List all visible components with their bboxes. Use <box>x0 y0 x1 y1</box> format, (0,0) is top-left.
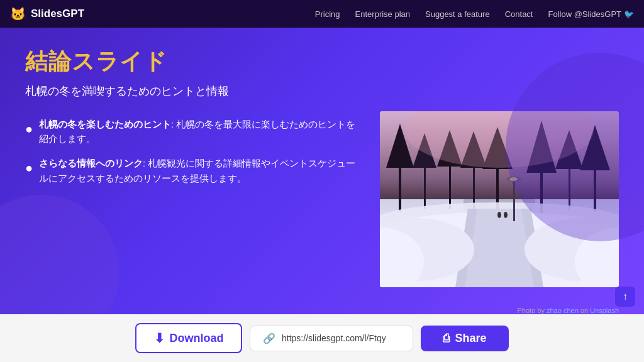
slide-subtitle: 札幌の冬を満喫するためのヒントと情報 <box>25 84 619 99</box>
photo-credit-on: on <box>580 307 590 314</box>
scroll-top-button[interactable]: ↑ <box>615 287 635 307</box>
svg-point-24 <box>497 212 501 218</box>
bullet-2: ● さらなる情報へのリンク: 札幌観光に関する詳細情報やイベントスケジュールにア… <box>25 156 361 185</box>
trees-svg <box>380 111 619 287</box>
svg-rect-2 <box>424 162 426 209</box>
navbar: 🐱 SlidesGPT Pricing Enterprise plan Sugg… <box>0 0 644 28</box>
slide-image-container: Photo by zhao chen on Unsplash <box>380 111 619 302</box>
share-icon: ⎙ <box>443 332 450 345</box>
url-box[interactable]: 🔗 https://slidesgpt.com/l/Ftqy <box>250 326 413 351</box>
share-label: Share <box>455 332 486 345</box>
brand-name: SlidesGPT <box>31 8 84 20</box>
slide-image <box>380 111 619 287</box>
nav-links: Pricing Enterprise plan Suggest a featur… <box>315 9 634 19</box>
bullet-bold-1: 札幌の冬を楽しむためのヒント <box>39 119 171 129</box>
svg-rect-27 <box>513 180 515 221</box>
bullet-dot-1: ● <box>25 119 33 139</box>
slide-body: ● 札幌の冬を楽しむためのヒント: 札幌の冬を最大限に楽しむためのヒントを紹介し… <box>25 111 619 302</box>
bullet-dot-2: ● <box>25 158 33 178</box>
bullet-1: ● 札幌の冬を楽しむためのヒント: 札幌の冬を最大限に楽しむためのヒントを紹介し… <box>25 118 361 146</box>
bottom-bar: ⬇ Download 🔗 https://slidesgpt.com/l/Ftq… <box>0 314 644 362</box>
slide-area: 結論スライド 札幌の冬を満喫するためのヒントと情報 ● 札幌の冬を楽しむためのヒ… <box>0 28 644 314</box>
bullet-bold-2: さらなる情報へのリンク <box>39 158 143 168</box>
url-text: https://slidesgpt.com/l/Ftqy <box>282 333 386 343</box>
twitter-icon: 🐦 <box>624 9 634 19</box>
photo-credit-prefix: Photo by <box>518 307 547 314</box>
link-icon: 🔗 <box>263 332 275 344</box>
slide-title: 結論スライド <box>25 47 619 77</box>
nav-suggest[interactable]: Suggest a feature <box>425 9 490 19</box>
download-label: Download <box>170 332 224 345</box>
snow-scene <box>380 111 619 287</box>
download-icon: ⬇ <box>154 331 165 346</box>
nav-enterprise[interactable]: Enterprise plan <box>355 9 410 19</box>
nav-contact[interactable]: Contact <box>505 9 533 19</box>
nav-follow-label: Follow @SlidesGPT <box>548 9 621 19</box>
slide-bullets: ● 札幌の冬を楽しむためのヒント: 札幌の冬を最大限に楽しむためのヒントを紹介し… <box>25 111 361 302</box>
brand-icon: 🐱 <box>10 6 26 21</box>
brand-logo[interactable]: 🐱 SlidesGPT <box>10 6 315 21</box>
svg-point-25 <box>504 212 508 218</box>
nav-pricing[interactable]: Pricing <box>315 9 340 19</box>
nav-follow[interactable]: Follow @SlidesGPT 🐦 <box>548 9 634 19</box>
scroll-top-icon: ↑ <box>623 291 628 302</box>
share-button[interactable]: ⎙ Share <box>421 326 509 351</box>
bullet-text-1: 札幌の冬を楽しむためのヒント: 札幌の冬を最大限に楽しむためのヒントを紹介します… <box>39 118 361 146</box>
download-button[interactable]: ⬇ Download <box>135 323 242 353</box>
photo-credit-platform[interactable]: Unsplash <box>590 307 619 314</box>
photo-credit-author[interactable]: zhao chen <box>547 307 579 314</box>
svg-point-29 <box>510 177 518 181</box>
photo-credit: Photo by zhao chen on Unsplash <box>518 307 619 314</box>
bullet-text-2: さらなる情報へのリンク: 札幌観光に関する詳細情報やイベントスケジュールにアクセ… <box>39 156 361 185</box>
